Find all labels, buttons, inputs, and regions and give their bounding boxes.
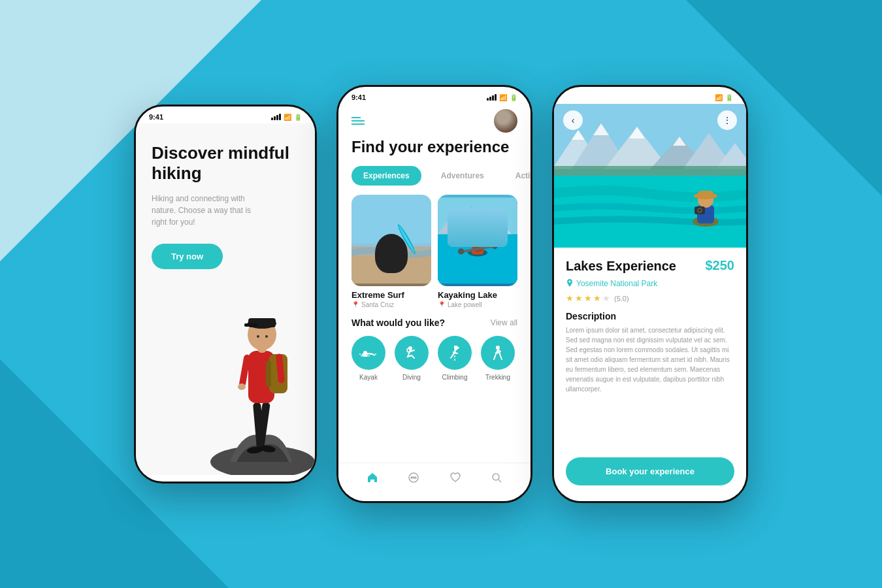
what-row: What would you like? View all [338,318,531,336]
view-all-link[interactable]: View all [491,318,517,327]
phone1-time: 9:41 [149,113,163,121]
activity-kayak-label: Kayak [359,374,378,381]
activity-kayak-icon [351,336,385,370]
hiker-image [191,220,315,475]
svg-point-48 [413,477,414,478]
detail-header: Lakes Experience $250 [566,258,734,274]
activity-diving[interactable]: Diving [395,336,429,381]
location-icon: 📍 [438,301,446,308]
detail-location: Yosemite National Park [566,279,734,288]
stars-row: ★ ★ ★ ★ ★ (5.0) [566,293,734,303]
svg-rect-26 [438,197,517,234]
svg-point-72 [698,209,701,212]
phone2-header [338,104,531,138]
phone1-content: Discover mindful hiking Hiking and conne… [136,123,315,475]
svg-rect-39 [361,355,370,357]
lake-hero-image: ‹ ⋮ [554,104,746,248]
experience-cards: Extreme Surf 📍 Santa Cruz [338,195,531,318]
nav-home[interactable] [365,470,380,485]
nav-search[interactable] [489,470,504,485]
svg-rect-30 [438,234,517,283]
signal-icon [271,114,281,120]
svg-rect-7 [266,361,271,387]
activity-climbing[interactable]: Climbing [438,336,472,381]
phone1-title: Discover mindful hiking [152,143,299,184]
phone-1: 9:41 📶 🔋 Discover mindful hiking Hiking … [134,105,317,483]
svg-line-51 [498,480,501,482]
location-icon [566,279,574,288]
rating-value: (5.0) [614,295,629,302]
svg-rect-14 [244,323,257,327]
activity-trekking-icon [481,336,515,370]
card-kayak[interactable]: Kayaking Lake 📍 Lake powell [438,195,517,308]
signal-icon [487,94,497,101]
svg-point-50 [493,474,499,480]
svg-marker-28 [450,206,493,234]
book-button[interactable]: Book your experience [566,457,734,485]
phone2-title: Find your experience [338,138,531,166]
svg-point-21 [383,249,400,259]
detail-price: $250 [706,258,735,273]
battery-icon: 🔋 [294,114,302,121]
activities-row: Kayak Diving [338,336,531,390]
bottom-nav [338,463,531,495]
svg-point-47 [411,477,412,478]
phone2-status-icons: 📶 🔋 [487,94,517,101]
activity-kayak[interactable]: Kayak [351,336,385,381]
tab-adventures[interactable]: Adventures [429,166,496,186]
what-label: What would you like? [351,318,445,328]
tab-experiences[interactable]: Experiences [351,166,421,186]
card-surf-location: 📍 Santa Cruz [351,301,431,308]
signal-icon [702,94,712,101]
tab-activities[interactable]: Activities [504,166,531,186]
svg-point-33 [472,236,483,247]
phone2-status-bar: 9:41 📶 🔋 [338,87,531,104]
svg-marker-29 [474,213,511,235]
back-button[interactable]: ‹ [563,110,583,130]
star-3: ★ [584,293,592,303]
nav-chat[interactable] [406,470,421,485]
svg-rect-63 [554,166,746,176]
activity-trekking-label: Trekking [485,374,510,381]
tabs-row: Experiences Adventures Activities [338,166,531,195]
phone2-time: 9:41 [351,93,366,101]
battery-icon: 🔋 [510,94,517,101]
phone1-status-icons: 📶 🔋 [271,114,302,121]
activity-climbing-icon [438,336,472,370]
svg-rect-69 [698,191,713,197]
svg-point-35 [458,248,464,254]
star-1: ★ [566,293,574,303]
location-icon: 📍 [351,301,359,308]
activity-diving-label: Diving [402,374,421,381]
user-avatar[interactable] [494,109,517,133]
card-surf-title: Extreme Surf [351,290,431,300]
more-button[interactable]: ⋮ [717,110,737,130]
phone3-content: ‹ ⋮ Lakes Experience $250 Yosemite Natio… [554,104,746,495]
svg-point-16 [265,335,268,338]
battery-icon: 🔋 [725,94,733,101]
menu-icon[interactable] [351,117,365,125]
activity-diving-icon [395,336,429,370]
phones-container: 9:41 📶 🔋 Discover mindful hiking Hiking … [134,85,748,503]
detail-content: Lakes Experience $250 Yosemite National … [554,248,746,451]
detail-title: Lakes Experience [566,258,676,274]
card-surf[interactable]: Extreme Surf 📍 Santa Cruz [351,195,431,308]
svg-point-17 [238,384,246,390]
card-kayak-title: Kayaking Lake [438,290,517,300]
svg-point-49 [415,477,416,478]
location-text: Yosemite National Park [576,279,657,288]
phone3-status-bar: 9:41 📶 🔋 [554,87,746,104]
star-4: ★ [593,293,601,303]
svg-point-15 [257,335,259,338]
phone-2: 9:41 📶 🔋 [336,85,532,503]
description-text: Lorem ipsum dolor sit amet, consectetur … [566,325,734,394]
activity-trekking[interactable]: Trekking [481,336,515,381]
wifi-icon: 📶 [499,94,507,101]
wifi-icon: 📶 [284,114,291,121]
star-2: ★ [575,293,583,303]
svg-point-22 [385,240,398,253]
phone3-status-icons: 📶 🔋 [702,94,733,101]
description-title: Description [566,311,734,321]
nav-heart[interactable] [448,470,463,485]
kayak-image [438,195,517,286]
